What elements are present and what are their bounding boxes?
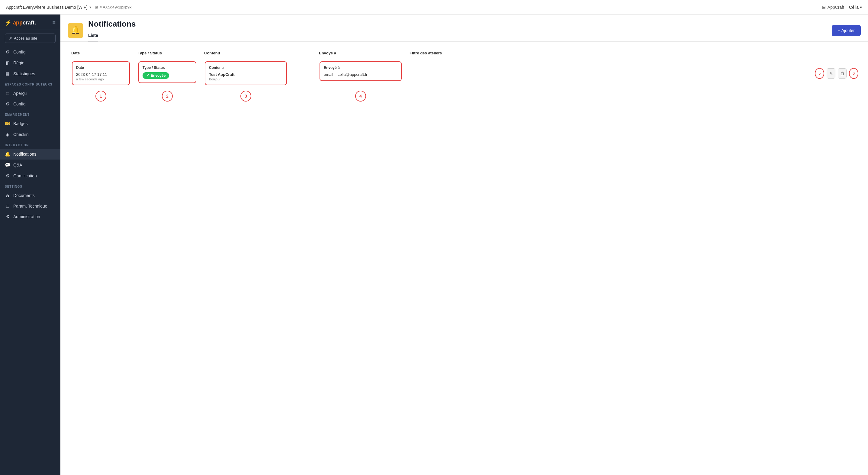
- access-site-icon: ↗: [9, 36, 12, 40]
- sidebar-item-config2[interactable]: ⚙ Config: [0, 98, 60, 109]
- qa-icon: 💬: [5, 162, 10, 168]
- contenu-card-cell: Contenu Test AppCraft Bonjour: [200, 58, 291, 88]
- anno-actions-cell: [812, 88, 861, 104]
- user-chevron-icon: ▾: [860, 5, 862, 10]
- edit-button[interactable]: ✎: [827, 68, 835, 79]
- annotation-5-circle: 5: [815, 68, 824, 79]
- administration-icon: ⚙: [5, 214, 10, 219]
- topbar-right: ⊞ AppCraft Célia ▾: [822, 5, 862, 10]
- sidebar: ⚡ appcraft. ≡ ↗ Accès au site ⚙ Config ◧…: [0, 14, 60, 475]
- topbar-appcraft-label: ⊞ AppCraft: [822, 5, 844, 10]
- page-tabs: Liste: [88, 31, 135, 41]
- logo-text: ⚡ appcraft.: [5, 19, 36, 26]
- topbar-user[interactable]: Célia ▾: [849, 5, 862, 10]
- spacer-cell: [291, 58, 315, 88]
- th-filtre-ateliers: Filtre des ateliers: [406, 48, 812, 58]
- menu-toggle-icon[interactable]: ≡: [52, 20, 56, 26]
- section-interaction-label: INTERACTION: [0, 140, 60, 149]
- sidebar-item-regie[interactable]: ◧ Régie: [0, 57, 60, 68]
- envoye-a-card-label: Envoyé à: [324, 65, 398, 70]
- status-text: Envoyée: [151, 73, 165, 78]
- appcraft-grid-icon: ⊞: [822, 5, 826, 10]
- notifications-icon: 🔔: [5, 151, 10, 157]
- th-type-status: Type / Status: [134, 48, 200, 58]
- anno-4-cell: 4: [315, 88, 406, 104]
- annotation-4-circle: 4: [355, 91, 366, 101]
- date-relative: a few seconds ago: [76, 77, 126, 81]
- annotation-6-circle: 6: [849, 68, 858, 79]
- access-site-button[interactable]: ↗ Accès au site: [5, 33, 56, 43]
- sidebar-item-apercu[interactable]: □ Aperçu: [0, 88, 60, 98]
- section-emargement-label: EMARGEMENT: [0, 109, 60, 118]
- checkin-icon: ◈: [5, 132, 10, 137]
- hash-value: # AX5q49xBpjlp9x: [100, 5, 132, 9]
- add-notification-button[interactable]: + Ajouter: [832, 25, 861, 36]
- sidebar-item-qa[interactable]: 💬 Q&A: [0, 159, 60, 171]
- section-contributeurs-label: ESPACES CONTRIBUTEURS: [0, 79, 60, 88]
- main-content: 🔔 Notifications Liste + Ajouter Date Typ…: [60, 14, 868, 475]
- sidebar-item-statistiques[interactable]: ▦ Statistiques: [0, 68, 60, 79]
- gamification-icon: ⚙: [5, 173, 10, 179]
- tab-liste[interactable]: Liste: [88, 31, 98, 41]
- annotation-1-circle: 1: [95, 91, 106, 101]
- sidebar-item-config[interactable]: ⚙ Config: [0, 47, 60, 57]
- contenu-body: Bonjour: [209, 77, 283, 81]
- envoye-a-card-cell: Envoyé à email = celia@appcraft.fr: [315, 58, 406, 88]
- th-date: Date: [68, 48, 134, 58]
- page-title: Notifications: [88, 19, 135, 29]
- page-header: 🔔 Notifications Liste + Ajouter: [60, 14, 868, 42]
- sidebar-item-notifications[interactable]: 🔔 Notifications: [0, 149, 60, 159]
- sidebar-item-checkin[interactable]: ◈ Checkin: [0, 129, 60, 140]
- topbar-left: Appcraft Everywhere Business Demo [WIP] …: [6, 5, 132, 10]
- anno-spacer-cell: [291, 88, 315, 104]
- annotation-4-label: 4: [360, 94, 362, 98]
- actions-cell: 5 ✎ 🗑 6: [812, 58, 861, 88]
- edit-icon: ✎: [829, 71, 833, 76]
- statistiques-icon: ▦: [5, 71, 10, 77]
- contenu-title: Test AppCraft: [209, 72, 283, 77]
- annotation-1-label: 1: [100, 94, 102, 98]
- contenu-card: Contenu Test AppCraft Bonjour: [205, 61, 287, 85]
- contenu-card-label: Contenu: [209, 65, 283, 70]
- main-layout: ⚡ appcraft. ≡ ↗ Accès au site ⚙ Config ◧…: [0, 14, 868, 475]
- type-status-card-label: Type / Status: [143, 65, 192, 70]
- date-card: Date 2023-04-17 17:11 a few seconds ago: [72, 61, 130, 85]
- topbar-project[interactable]: Appcraft Everywhere Business Demo [WIP] …: [6, 5, 91, 10]
- regie-icon: ◧: [5, 60, 10, 65]
- sidebar-item-badges[interactable]: 🎫 Badges: [0, 118, 60, 129]
- sidebar-logo: ⚡ appcraft. ≡: [0, 14, 60, 30]
- status-badge: ✓ Envoyée: [143, 72, 169, 79]
- documents-icon: 🖨: [5, 193, 10, 198]
- trash-icon: 🗑: [840, 71, 844, 76]
- annotation-3-circle: 3: [240, 91, 251, 101]
- sidebar-item-administration[interactable]: ⚙ Administration: [0, 211, 60, 222]
- sidebar-item-documents[interactable]: 🖨 Documents: [0, 190, 60, 201]
- type-status-card-cell: Type / Status ✓ Envoyée: [134, 58, 200, 88]
- filtre-ateliers-cell: [406, 58, 812, 88]
- date-value: 2023-04-17 17:11: [76, 72, 126, 77]
- sidebar-item-param-technique[interactable]: □ Param. Technique: [0, 201, 60, 211]
- delete-button[interactable]: 🗑: [838, 68, 846, 79]
- section-settings-label: SETTINGS: [0, 181, 60, 190]
- notifications-page-icon: 🔔: [71, 26, 80, 35]
- check-icon: ✓: [146, 73, 149, 78]
- hash-icon: ⊞: [95, 5, 98, 9]
- date-card-cell: Date 2023-04-17 17:11 a few seconds ago: [68, 58, 134, 88]
- annotation-2-circle: 2: [162, 91, 173, 101]
- th-envoye-a: Envoyé à: [315, 48, 406, 58]
- page-icon: 🔔: [68, 23, 83, 38]
- date-card-label: Date: [76, 65, 126, 70]
- param-technique-icon: □: [5, 203, 10, 208]
- annotation-5-label: 5: [818, 71, 820, 76]
- type-status-card: Type / Status ✓ Envoyée: [138, 61, 196, 83]
- annotation-3-label: 3: [245, 94, 247, 98]
- annotation-2-label: 2: [166, 94, 168, 98]
- anno-filtre-cell: [406, 88, 812, 104]
- th-spacer: [291, 48, 315, 58]
- envoye-a-value: email = celia@appcraft.fr: [324, 72, 398, 77]
- annotation-6-label: 6: [852, 71, 855, 76]
- th-contenu: Contenu: [200, 48, 291, 58]
- anno-1-cell: 1: [68, 88, 134, 104]
- sidebar-item-gamification[interactable]: ⚙ Gamification: [0, 171, 60, 181]
- apercu-icon: □: [5, 91, 10, 96]
